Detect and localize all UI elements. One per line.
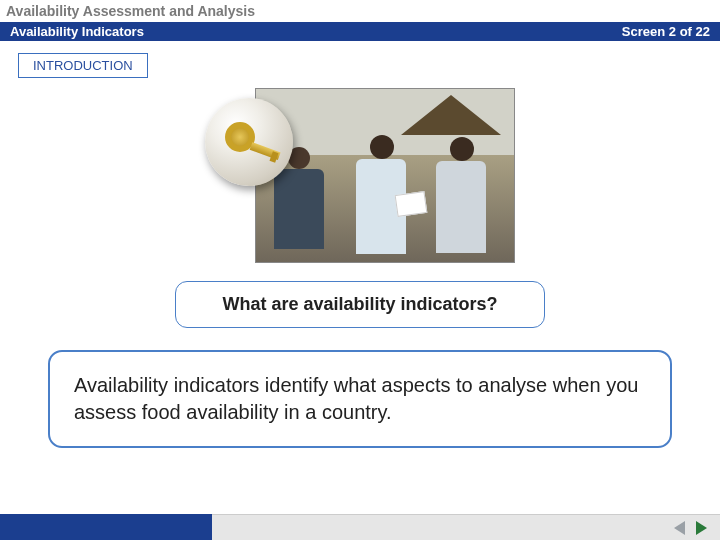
footer-bar	[0, 514, 720, 540]
hero-image-area	[205, 88, 515, 263]
context-photo	[255, 88, 515, 263]
chevron-left-icon	[674, 521, 685, 535]
hut-roof-shape	[401, 95, 501, 135]
prev-button[interactable]	[670, 519, 688, 537]
footer-accent	[0, 514, 212, 540]
next-button[interactable]	[692, 519, 710, 537]
figure-person-1	[274, 169, 324, 249]
footer-nav	[212, 514, 720, 540]
body-text-box: Availability indicators identify what as…	[48, 350, 672, 448]
question-box: What are availability indicators?	[175, 281, 545, 328]
chevron-right-icon	[696, 521, 707, 535]
module-title: Availability Indicators	[10, 24, 144, 39]
module-bar: Availability Indicators Screen 2 of 22	[0, 22, 720, 41]
screen-counter: Screen 2 of 22	[622, 24, 710, 39]
section-label: INTRODUCTION	[18, 53, 148, 78]
course-title: Availability Assessment and Analysis	[0, 0, 720, 22]
key-icon	[205, 98, 293, 186]
figure-person-3	[436, 161, 486, 253]
figure-person-2	[356, 159, 406, 254]
